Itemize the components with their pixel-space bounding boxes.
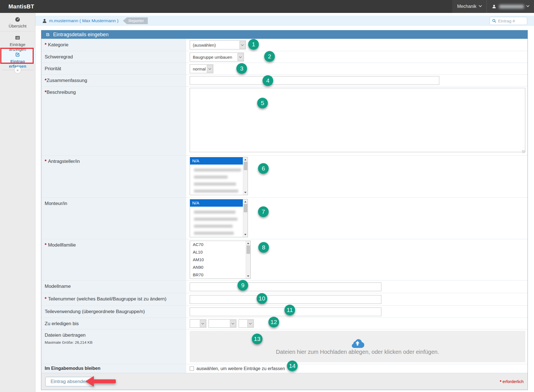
sidebar: Übersicht Einträge anzeigen [0,13,35,392]
kategorie-select[interactable]: (auswählen) [190,40,246,49]
cloud-upload-icon [351,338,364,348]
form-row-beschreibung: *Beschreibung [41,86,528,155]
due-date-year-select[interactable] [239,319,254,328]
annotation-circle-12: 12 [268,317,279,327]
field-label: Schweregrad [41,51,186,63]
annotation-circle-14: 14 [287,361,298,371]
annotation-circle-7: 7 [258,206,269,217]
listbox-scrollbar[interactable] [243,157,248,195]
select-value: (auswählen) [190,41,239,49]
teilenummer-input[interactable] [190,295,381,304]
redacted-option[interactable] [194,225,233,228]
dropzone-text: Dateien hier zum Hochladen ablegen, oder… [276,349,439,355]
listbox-option[interactable]: AC70 [190,241,246,249]
form-row-schweregrad: Schweregrad Baugruppe umbauen [41,51,528,63]
monteur-listbox[interactable]: N/A [190,199,248,237]
mantisbt-report-issue-page: MantisBT Mechanik [0,0,534,392]
scroll-up-icon [244,159,246,160]
role-badge: Reporter [123,17,148,24]
chevron-down-icon [479,4,482,7]
header-right: Mechanik [452,0,534,13]
required-note: *erforderlich [500,379,524,384]
resize-handle[interactable] [522,150,525,153]
listbox-selected-option[interactable]: N/A [190,199,243,207]
checkbox-label: auswählen, um weitere Einträge zu erfass… [196,366,285,371]
select-value: normal [190,65,207,73]
modellname-input[interactable] [190,282,381,291]
redacted-option[interactable] [194,176,228,179]
issue-search[interactable] [490,17,527,25]
search-input[interactable] [498,19,523,23]
field-label: *Modellfamilie [41,239,186,280]
zusammenfassung-input[interactable] [190,76,439,85]
chevron-down-icon [241,43,244,46]
panel-title: Eintragsdetails eingeben [53,32,108,38]
field-label: *Antragsteller/in [41,156,186,197]
required-marker: * [45,90,47,95]
sidebar-item-overview[interactable]: Übersicht [0,13,35,31]
annotation-circle-10: 10 [257,293,267,304]
redacted-option[interactable] [194,218,237,221]
user-menu[interactable] [487,0,534,13]
chevron-down-icon [202,322,204,325]
annotation-circle-1: 1 [248,39,259,50]
sidebar-item-view-issues[interactable]: Einträge anzeigen [0,31,35,48]
redacted-option[interactable] [194,232,234,235]
antragsteller-listbox[interactable]: N/A [190,157,248,195]
listbox-scrollbar[interactable] [243,199,248,237]
chevron-down-icon [209,67,211,70]
listbox-option[interactable]: AN90 [190,264,246,271]
schweregrad-select[interactable]: Baugruppe umbauen [190,53,244,61]
chevron-down-icon [526,4,529,7]
form-row-prioritaet: Priorität normal [41,63,528,74]
redacted-option[interactable] [194,183,236,186]
redacted-option[interactable] [194,211,236,214]
due-date-day-select[interactable] [190,319,206,328]
user-icon [492,4,496,9]
select-arrow-button [247,320,253,327]
required-marker: * [45,159,47,164]
listbox-option[interactable]: AL10 [190,249,246,256]
field-label: *Kategorie [41,39,186,51]
field-label: *Teilenummer (welches Bauteil/Baugruppe … [41,293,186,306]
project-selector-label: Mechanik [457,4,476,9]
scroll-up-icon [247,243,249,244]
annotation-circle-8: 8 [258,242,269,253]
scrollbar-thumb [246,245,250,254]
prioritaet-select[interactable]: normal [190,64,213,73]
stay-in-report-mode-checkbox[interactable] [190,366,194,371]
form-row-teilenummer: *Teilenummer (welches Bauteil/Baugruppe … [41,293,528,306]
annotation-circle-6: 6 [258,163,269,174]
field-label: Teileverwendung (übergeordnete Baugruppe… [41,306,186,318]
listbox-option[interactable]: BR70 [190,271,246,279]
breadcrumb-user-link[interactable]: m.mustermann ( Max Mustermann ) [49,18,118,23]
form-row-zusammenfassung: *Zusammenfassung [41,74,528,86]
user-icon [42,19,47,23]
sidebar-item-label: Übersicht [1,24,34,28]
redacted-option[interactable] [194,168,241,172]
beschreibung-textarea[interactable] [190,88,525,152]
max-size-hint: Maximale Größe: 26,214 KB [45,340,184,345]
listbox-selected-option[interactable]: N/A [190,157,243,165]
select-arrow-button [237,53,243,61]
annotation-circle-9: 9 [237,280,248,291]
project-selector[interactable]: Mechanik [452,0,487,13]
form-row-dateien: Dateien übertragen Maximale Größe: 26,21… [41,329,528,364]
listbox-option[interactable]: AM10 [190,256,246,264]
scrollbar-thumb [244,204,247,212]
file-dropzone[interactable]: Dateien hier zum Hochladen ablegen, oder… [190,331,525,362]
listbox-scrollbar[interactable] [246,241,250,279]
field-label: *Zusammenfassung [41,75,186,86]
form-row-eingabemodus: Im Eingabemodus bleiben auswählen, um we… [41,364,528,373]
sidebar-collapse-button[interactable]: « [14,67,21,74]
main-content: m.mustermann ( Max Mustermann ) Reporter [35,13,534,392]
annotation-red-box [0,48,34,64]
select-arrow-button [200,320,206,327]
due-date-month-select[interactable] [209,319,236,328]
form-row-modellname: Modellname [41,280,528,293]
annotation-circle-2: 2 [264,51,275,62]
modellfamilie-listbox[interactable]: AC70 AL10 AM10 AN90 BR70 [190,241,251,279]
scrollbar-thumb [244,162,247,170]
redacted-option[interactable] [194,190,238,193]
report-form-panel: Eintragsdetails eingeben *Kategorie (aus… [41,30,528,390]
